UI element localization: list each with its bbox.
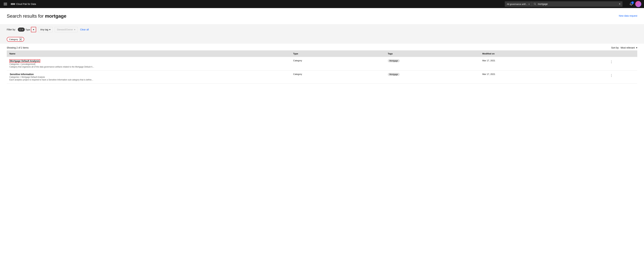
steward-owner-dropdown[interactable]: Steward/Owner ▾: [55, 27, 77, 32]
item-tag-1: Mortgage: [388, 59, 400, 62]
active-filter-tag-label: Category: [9, 38, 18, 41]
results-row: Showing 2 of 2 items Sort by: Most relev…: [7, 44, 637, 50]
main-content: Search results for mortgage New data req…: [0, 8, 644, 258]
header-actions: 1: [628, 1, 641, 7]
cell-tags-1: Mortgage: [385, 57, 480, 70]
new-data-request-link[interactable]: New data request: [619, 14, 637, 17]
item-breadcrumb-2: Categories > Mortgage Default Analysis: [10, 76, 288, 78]
item-tag-2: Mortgage: [388, 73, 400, 76]
cell-tags-2: Mortgage: [385, 70, 480, 83]
col-header-modified: Modified on: [480, 50, 606, 57]
global-search: All governance artif... ▾ ×: [505, 1, 622, 7]
close-icon: ✕: [22, 28, 23, 31]
active-filter-category-tag: Category ✕: [7, 37, 24, 42]
col-header-type: Type: [290, 50, 385, 57]
search-box: ×: [532, 1, 622, 7]
item-type-1: Category: [293, 59, 302, 62]
type-filter-group: 1 ✕ Type ▾: [18, 27, 36, 32]
col-header-tags: Tags: [385, 50, 480, 57]
type-filter-label: Type: [26, 28, 30, 31]
item-modified-2: Mar 17, 2021: [482, 73, 495, 75]
cell-name-2: Sensitive Information Categories > Mortg…: [7, 70, 290, 83]
results-table: Name Type Tags Modified on Mortgage Defa…: [7, 50, 637, 83]
chevron-down-icon: ▾: [33, 28, 34, 31]
sort-value: Most relevant: [621, 46, 635, 49]
remove-category-filter-button[interactable]: ✕: [19, 38, 22, 41]
type-chip-count: 1: [20, 28, 21, 31]
clear-all-button[interactable]: Clear all: [80, 28, 90, 31]
cell-modified-1: Mar 17, 2021: [480, 57, 606, 70]
chevron-down-icon: ▾: [49, 28, 50, 31]
cell-type-2: Category: [290, 70, 385, 83]
search-type-dropdown[interactable]: All governance artif... ▾: [505, 1, 532, 7]
cell-type-1: Category: [290, 57, 385, 70]
item-description-1: Category that organizes all of the data …: [10, 66, 288, 68]
search-clear-button[interactable]: ×: [619, 2, 620, 5]
steward-owner-label: Steward/Owner: [57, 28, 73, 31]
search-type-label: All governance artif...: [507, 3, 527, 5]
page-title-prefix: Search results for: [7, 13, 44, 19]
row-actions-button-2[interactable]: ⋮: [608, 73, 614, 78]
filter-by-label: Filter by:: [7, 28, 16, 31]
item-name-link-2[interactable]: Sensitive Information: [10, 73, 34, 76]
row-actions-button-1[interactable]: ⋮: [608, 59, 614, 64]
item-description-2: Each analytics project is required to ha…: [10, 79, 288, 81]
table-header: Name Type Tags Modified on: [7, 50, 637, 57]
search-icon: [534, 3, 536, 5]
svg-line-1: [536, 4, 536, 5]
any-tag-label: Any tag: [40, 28, 48, 31]
chevron-down-icon: ▾: [529, 3, 530, 5]
cell-modified-2: Mar 17, 2021: [480, 70, 606, 83]
sort-label: Sort by:: [611, 46, 619, 49]
col-header-actions: [606, 50, 638, 57]
page-title: Search results for mortgage: [7, 13, 66, 19]
app-header: IBM Cloud Pak for Data All governance ar…: [0, 0, 644, 8]
active-filters-row: Category ✕: [0, 35, 644, 44]
table-row: Sensitive Information Categories > Mortg…: [7, 70, 637, 83]
table-row: Mortgage Default Analysis Categories > […: [7, 57, 637, 70]
page-title-keyword: mortgage: [45, 13, 66, 19]
cell-actions-1: ⋮: [606, 57, 638, 70]
menu-button[interactable]: [3, 1, 8, 7]
chevron-down-icon: ▾: [74, 28, 75, 31]
notifications-button[interactable]: 1: [628, 1, 634, 7]
type-filter-dropdown-button[interactable]: ▾: [31, 27, 36, 32]
user-avatar-button[interactable]: [635, 1, 641, 7]
search-input[interactable]: [538, 3, 618, 5]
item-modified-1: Mar 17, 2021: [482, 59, 495, 62]
hamburger-icon: [4, 3, 7, 5]
chevron-down-icon: ▾: [636, 46, 637, 49]
brand-ibm: IBM: [11, 3, 15, 5]
sort-dropdown[interactable]: Most relevant ▾: [621, 46, 637, 49]
brand-logo: IBM Cloud Pak for Data: [11, 3, 36, 5]
type-filter-chip: 1 ✕: [18, 27, 25, 31]
table-body: Mortgage Default Analysis Categories > […: [7, 57, 637, 83]
svg-point-0: [534, 3, 536, 4]
page-title-row: Search results for mortgage New data req…: [7, 13, 637, 19]
results-count: Showing 2 of 2 items: [7, 46, 28, 49]
col-header-name: Name: [7, 50, 290, 57]
sort-row: Sort by: Most relevant ▾: [611, 46, 637, 49]
filters-row: Filter by: 1 ✕ Type ▾ Any tag ▾ Steward/…: [0, 24, 644, 35]
cell-actions-2: ⋮: [606, 70, 638, 83]
item-name-link-1[interactable]: Mortgage Default Analysis: [10, 59, 40, 63]
brand-product: Cloud Pak for Data: [16, 3, 36, 5]
item-type-2: Category: [293, 73, 302, 75]
notifications-badge: 1: [631, 1, 634, 4]
any-tag-dropdown[interactable]: Any tag ▾: [38, 27, 53, 32]
cell-name-1: Mortgage Default Analysis Categories > […: [7, 57, 290, 70]
item-breadcrumb-1: Categories > [uncategorized]: [10, 63, 288, 65]
